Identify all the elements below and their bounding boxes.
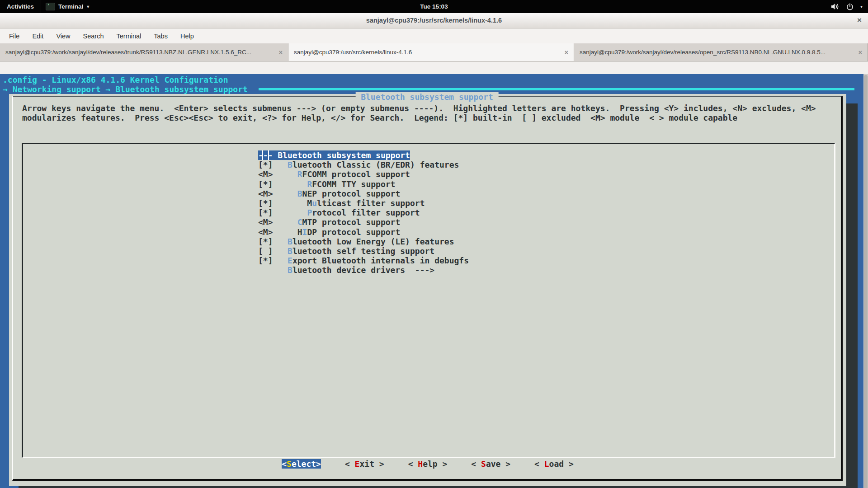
menu-item[interactable]: <M> RFCOMM protocol support (258, 169, 410, 179)
select-button[interactable]: <Select> (282, 459, 321, 469)
menu-item[interactable]: --- Bluetooth subsystem support (258, 150, 410, 160)
tab-releases-trunk[interactable]: sanjayl@cpu379:/work/sanjayl/dev/release… (0, 43, 288, 61)
menu-item[interactable]: <M> HIDP protocol support (258, 227, 400, 237)
clock[interactable]: Tue 15:03 (0, 3, 868, 10)
menu-item[interactable]: [*] Bluetooth Classic (BR/EDR) features (258, 160, 459, 169)
menu-edit[interactable]: Edit (32, 33, 43, 40)
menu-item[interactable]: [*] Export Bluetooth internals in debugf… (258, 256, 469, 265)
menu-bar: File Edit View Search Terminal Tabs Help (0, 28, 868, 43)
tab-close-icon[interactable]: × (854, 49, 862, 56)
app-menu-button[interactable]: Terminal ▾ (41, 0, 94, 13)
menuconfig-backtitle: .config - Linux/x86 4.1.6 Kernel Configu… (3, 75, 228, 84)
dialog-title: Bluetooth subsystem support (355, 92, 499, 102)
volume-icon[interactable] (831, 3, 840, 10)
scrollbar-thumb[interactable] (864, 75, 868, 488)
menu-search[interactable]: Search (83, 33, 104, 40)
breadcrumb: → Networking support → Bluetooth subsyst… (3, 84, 248, 94)
terminal-window: sanjayl@cpu379:/usr/src/kernels/linux-4.… (0, 13, 868, 488)
help-button[interactable]: < Help > (408, 459, 448, 469)
app-menu-label: Terminal (58, 3, 83, 10)
dialog-shadow-bottom (19, 486, 858, 488)
terminal-screen[interactable]: .config - Linux/x86 4.1.6 Kernel Configu… (0, 74, 868, 488)
terminal-app-icon (46, 3, 55, 10)
terminal-scrollbar[interactable] (863, 74, 868, 488)
menu-view[interactable]: View (56, 33, 70, 40)
window-title: sanjayl@cpu379:/usr/src/kernels/linux-4.… (0, 13, 868, 28)
tab-releases-opensrc[interactable]: sanjayl@cpu379:/work/sanjayl/dev/release… (574, 43, 868, 61)
activities-button[interactable]: Activities (0, 0, 41, 13)
menu-item[interactable]: <M> CMTP protocol support (258, 217, 400, 227)
dialog-shadow-right (846, 103, 858, 488)
menu-item[interactable]: [*] RFCOMM TTY support (258, 179, 395, 189)
caret-down-icon: ▾ (87, 4, 89, 9)
caret-down-icon[interactable]: ▾ (860, 4, 863, 9)
save-button[interactable]: < Save > (471, 459, 510, 469)
menu-help[interactable]: Help (180, 33, 194, 40)
exit-button[interactable]: < Exit > (345, 459, 384, 469)
tab-kernel-src-active[interactable]: sanjayl@cpu379:/usr/src/kernels/linux-4.… (288, 43, 574, 61)
dialog-help-text: Arrow keys navigate the menu. <Enter> se… (22, 103, 816, 122)
menu-item[interactable]: [*] Protocol filter support (258, 208, 420, 217)
system-status-area[interactable]: ▾ (831, 0, 868, 13)
menu-terminal[interactable]: Terminal (117, 33, 142, 40)
menu-listbox: --- Bluetooth subsystem support[*] Bluet… (22, 143, 835, 458)
menu-item[interactable]: Bluetooth device drivers ---> (258, 265, 434, 275)
power-icon[interactable] (846, 3, 854, 10)
help-line: Arrow keys navigate the menu. <Enter> se… (22, 103, 816, 113)
window-titlebar[interactable]: sanjayl@cpu379:/usr/src/kernels/linux-4.… (0, 13, 868, 28)
gnome-top-bar: Activities Terminal ▾ Tue 15:03 ▾ (0, 0, 868, 13)
tab-close-icon[interactable]: × (560, 49, 568, 56)
load-button[interactable]: < Load > (534, 459, 574, 469)
tab-close-icon[interactable]: × (274, 49, 283, 56)
dialog-button-row: <Select>< Exit >< Help >< Save >< Load > (9, 459, 846, 469)
help-line: modularizes features. Press <Esc><Esc> t… (22, 113, 816, 122)
menu-item[interactable]: [*] Bluetooth Low Energy (LE) features (258, 237, 454, 246)
menu-items-container: --- Bluetooth subsystem support[*] Bluet… (258, 150, 469, 275)
menuconfig-dialog: Bluetooth subsystem support Arrow keys n… (9, 94, 846, 486)
menu-item[interactable]: <M> BNEP protocol support (258, 189, 400, 198)
menu-item[interactable]: [ ] Bluetooth self testing support (258, 246, 434, 256)
breadcrumb-rule-line (259, 88, 854, 90)
window-close-icon[interactable]: × (857, 13, 862, 27)
menu-file[interactable]: File (9, 33, 19, 40)
tab-bar: sanjayl@cpu379:/work/sanjayl/dev/release… (0, 43, 868, 61)
screen: Activities Terminal ▾ Tue 15:03 ▾ sanjay… (0, 0, 868, 488)
menu-item[interactable]: [*] Multicast filter support (258, 198, 425, 208)
menu-tabs[interactable]: Tabs (154, 33, 168, 40)
